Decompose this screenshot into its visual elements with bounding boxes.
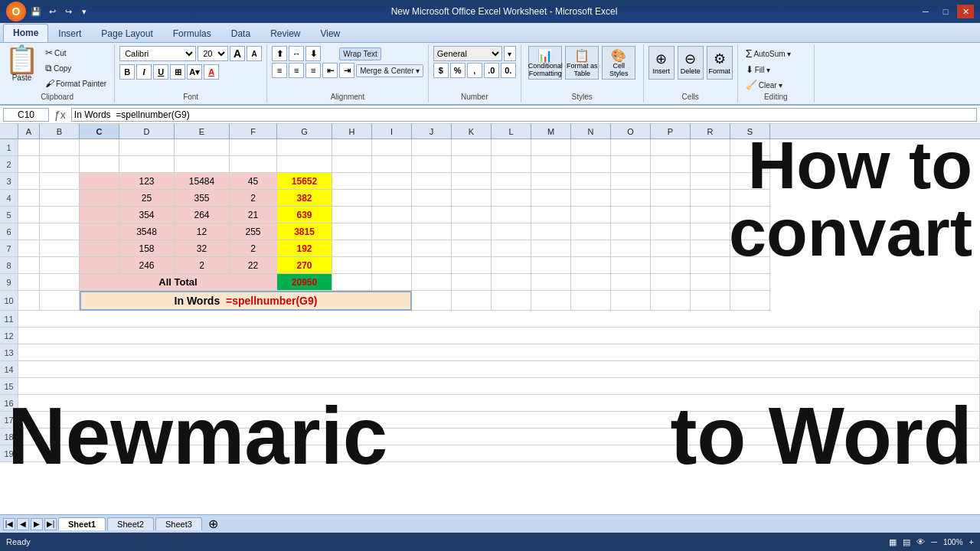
cell-g8[interactable]: 270 <box>277 257 332 274</box>
cell-r10[interactable] <box>691 291 730 311</box>
cell-o5[interactable] <box>611 207 651 223</box>
cell-m10[interactable] <box>531 291 571 311</box>
col-header-s[interactable]: S <box>730 124 770 139</box>
cell-r8[interactable] <box>691 257 730 274</box>
sheet-tab-1[interactable]: Sheet1 <box>58 517 106 530</box>
format-btn[interactable]: ⚙ Format <box>707 46 733 80</box>
cell-o2[interactable] <box>611 156 651 173</box>
cell-j2[interactable] <box>412 156 452 173</box>
customize-quick-btn[interactable]: ▾ <box>77 5 91 18</box>
cell-l9[interactable] <box>492 274 531 291</box>
cell-l7[interactable] <box>492 240 531 257</box>
cell-m4[interactable] <box>531 190 571 207</box>
cell-b5[interactable] <box>40 207 80 223</box>
cell-row11[interactable] <box>18 311 980 328</box>
sheet-next-btn[interactable]: ▶ <box>31 518 43 530</box>
cell-f1[interactable] <box>230 139 277 156</box>
cell-p8[interactable] <box>651 257 691 274</box>
cell-r9[interactable] <box>691 274 730 291</box>
indent-more-btn[interactable]: ⇥ <box>339 63 354 78</box>
cell-d1[interactable] <box>119 139 175 156</box>
cell-row17[interactable] <box>18 412 980 429</box>
cell-c8[interactable] <box>80 257 119 274</box>
align-top-btn[interactable]: ⬆ <box>272 46 287 61</box>
cell-g7[interactable]: 192 <box>277 240 332 257</box>
cell-d5[interactable]: 354 <box>119 207 175 223</box>
col-header-e[interactable]: E <box>175 124 230 139</box>
sheet-tab-3[interactable]: Sheet3 <box>155 517 202 530</box>
cell-l10[interactable] <box>492 291 531 311</box>
cell-b2[interactable] <box>40 156 80 173</box>
cell-n10[interactable] <box>571 291 611 311</box>
cell-a7[interactable] <box>18 240 40 257</box>
cell-o4[interactable] <box>611 190 651 207</box>
cell-o1[interactable] <box>611 139 651 156</box>
cell-row18[interactable] <box>18 429 980 445</box>
cell-l6[interactable] <box>492 223 531 240</box>
cell-m2[interactable] <box>531 156 571 173</box>
copy-btn[interactable]: ⧉ Copy <box>42 61 109 75</box>
cell-n4[interactable] <box>571 190 611 207</box>
cell-n6[interactable] <box>571 223 611 240</box>
cell-l5[interactable] <box>492 207 531 223</box>
cell-d8[interactable]: 246 <box>119 257 175 274</box>
cell-a1[interactable] <box>18 139 40 156</box>
align-bottom-btn[interactable]: ⬇ <box>305 46 321 61</box>
currency-btn[interactable]: $ <box>433 63 449 78</box>
cell-o7[interactable] <box>611 240 651 257</box>
cell-h6[interactable] <box>332 223 372 240</box>
tab-view[interactable]: View <box>310 24 350 42</box>
increase-font-btn[interactable]: A <box>230 46 245 61</box>
merge-center-btn[interactable]: Merge & Center▾ <box>356 64 423 77</box>
cell-s6[interactable] <box>730 223 770 240</box>
bold-btn[interactable]: B <box>119 64 135 80</box>
save-quick-btn[interactable]: 💾 <box>29 5 43 18</box>
cell-m9[interactable] <box>531 274 571 291</box>
cell-b4[interactable] <box>40 190 80 207</box>
tab-insert[interactable]: Insert <box>48 24 91 42</box>
view-preview-btn[interactable]: 👁 <box>916 537 925 546</box>
cell-j7[interactable] <box>412 240 452 257</box>
cell-g2[interactable] <box>277 156 332 173</box>
col-header-b[interactable]: B <box>40 124 80 139</box>
cell-d7[interactable]: 158 <box>119 240 175 257</box>
cell-f7[interactable]: 2 <box>230 240 277 257</box>
cell-c2[interactable] <box>80 156 119 173</box>
align-center-btn[interactable]: ≡ <box>289 63 304 78</box>
cell-f5[interactable]: 21 <box>230 207 277 223</box>
cell-l8[interactable] <box>492 257 531 274</box>
cell-k5[interactable] <box>452 207 492 223</box>
cell-j6[interactable] <box>412 223 452 240</box>
cell-s4[interactable] <box>730 190 770 207</box>
cell-j8[interactable] <box>412 257 452 274</box>
cell-n1[interactable] <box>571 139 611 156</box>
cell-f3[interactable]: 45 <box>230 173 277 190</box>
cell-o3[interactable] <box>611 173 651 190</box>
cell-row14[interactable] <box>18 361 980 378</box>
cell-b10[interactable] <box>40 291 80 311</box>
cell-m1[interactable] <box>531 139 571 156</box>
cell-p1[interactable] <box>651 139 691 156</box>
cell-n5[interactable] <box>571 207 611 223</box>
cell-f4[interactable]: 2 <box>230 190 277 207</box>
cell-k7[interactable] <box>452 240 492 257</box>
cell-r5[interactable] <box>691 207 730 223</box>
cell-e5[interactable]: 264 <box>175 207 230 223</box>
cell-i5[interactable] <box>372 207 412 223</box>
cell-row12[interactable] <box>18 328 980 344</box>
cell-a9[interactable] <box>18 274 40 291</box>
cell-j4[interactable] <box>412 190 452 207</box>
formula-input[interactable]: In Words =spellnumber(G9) <box>71 108 977 122</box>
undo-quick-btn[interactable]: ↩ <box>45 5 59 18</box>
cell-r3[interactable] <box>691 173 730 190</box>
cell-k4[interactable] <box>452 190 492 207</box>
cell-b9[interactable] <box>40 274 80 291</box>
cell-k6[interactable] <box>452 223 492 240</box>
align-left-btn[interactable]: ≡ <box>272 63 287 78</box>
zoom-in-btn[interactable]: + <box>969 537 974 546</box>
cell-o6[interactable] <box>611 223 651 240</box>
cell-h1[interactable] <box>332 139 372 156</box>
cell-l3[interactable] <box>492 173 531 190</box>
cell-k2[interactable] <box>452 156 492 173</box>
cell-j5[interactable] <box>412 207 452 223</box>
